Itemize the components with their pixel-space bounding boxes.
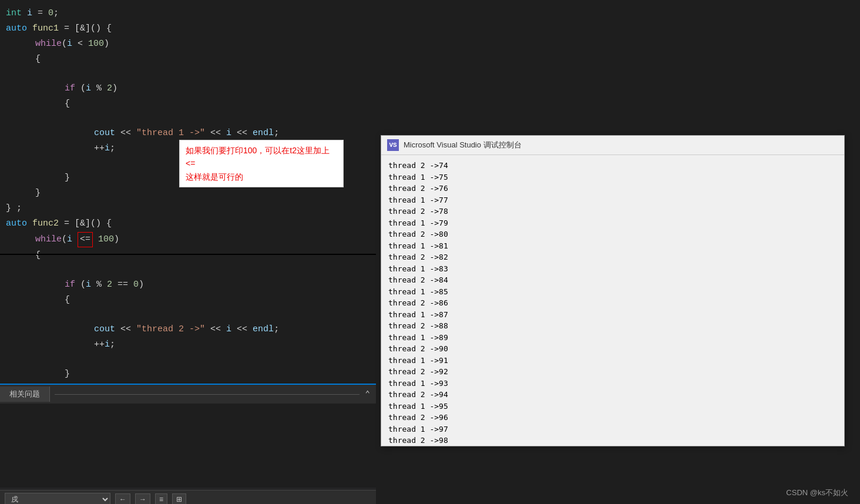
- keyword-int: int: [6, 6, 22, 21]
- console-line: thread 2 ->74: [388, 160, 837, 172]
- tab-related-issues[interactable]: 相关问题: [0, 387, 50, 402]
- console-line: thread 1 ->95: [388, 401, 837, 412]
- code-line-13: while(i <= 100): [0, 231, 376, 248]
- console-line: thread 1 ->85: [388, 286, 837, 298]
- console-line: thread 1 ->91: [388, 355, 837, 367]
- bottom-toolbar: 戍 ← → ≡ ⊞: [0, 490, 376, 504]
- console-line: thread 2 ->84: [388, 274, 837, 286]
- code-line-19: }: [0, 367, 376, 382]
- collapse-btn[interactable]: ⌃: [360, 388, 376, 401]
- console-line: thread 2 ->76: [388, 183, 837, 194]
- bottom-content: [0, 404, 376, 488]
- code-line-blank4: [0, 263, 376, 277]
- console-line: thread 2 ->78: [388, 206, 837, 217]
- console-line: thread 1 ->83: [388, 263, 837, 275]
- console-line: thread 1 ->87: [388, 309, 837, 321]
- console-line: thread 2 ->88: [388, 320, 837, 332]
- vs-icon: VS: [387, 139, 399, 151]
- console-line: thread 2 ->82: [388, 251, 837, 263]
- annotation-box: 如果我们要打印100，可以在t2这里加上<= 这样就是可行的: [179, 140, 344, 187]
- highlight-leq: <=: [78, 232, 93, 247]
- console-lines: thread 2 ->74thread 1 ->75thread 2 ->76t…: [388, 160, 837, 444]
- console-line: thread 1 ->75: [388, 172, 837, 183]
- vs-titlebar: VS Microsoft Visual Studio 调试控制台: [381, 136, 844, 155]
- console-line: thread 2 ->90: [388, 343, 837, 355]
- code-line-2: auto func1 = [&]() {: [0, 21, 376, 36]
- code-line-blank2: [0, 112, 376, 126]
- code-line-15: if (i % 2 == 0): [0, 277, 376, 293]
- annotation-text-line2: 这样就是可行的: [186, 172, 243, 182]
- console-line: thread 2 ->94: [388, 389, 837, 401]
- watermark: CSDN @ks不如火: [786, 488, 848, 498]
- vs-console-content: thread 2 ->74thread 1 ->75thread 2 ->76t…: [381, 155, 844, 444]
- console-line: thread 2 ->80: [388, 229, 837, 240]
- console-line: thread 2 ->92: [388, 366, 837, 378]
- code-line-10: }: [0, 186, 376, 201]
- bottom-panel: 相关问题 ⌃ 戍 ← → ≡ ⊞: [0, 384, 376, 504]
- console-line: thread 2 ->96: [388, 412, 837, 424]
- code-line-blank5: [0, 308, 376, 322]
- code-line-1: int i = 0;: [0, 6, 376, 21]
- code-line-14: {: [0, 248, 376, 263]
- code-line-3: while(i < 100): [0, 36, 376, 52]
- console-line: thread 1 ->81: [388, 240, 837, 252]
- vs-console-window: VS Microsoft Visual Studio 调试控制台 thread …: [381, 135, 845, 446]
- toolbar-btn-3[interactable]: ≡: [155, 493, 167, 504]
- code-line-17: cout << "thread 2 ->" << i << endl;: [0, 322, 376, 337]
- bottom-tabs: 相关问题 ⌃: [0, 385, 376, 404]
- code-line-5: if (i % 2): [0, 81, 376, 96]
- console-line: thread 1 ->89: [388, 332, 837, 344]
- code-line-18: ++i;: [0, 337, 376, 352]
- console-line: thread 1 ->93: [388, 378, 837, 389]
- console-line: thread 2 ->98: [388, 435, 837, 444]
- code-editor: int i = 0; auto func1 = [&]() { while(i …: [0, 0, 376, 382]
- code-line-blank1: [0, 67, 376, 81]
- annotation-text-line1: 如果我们要打印100，可以在t2这里加上<=: [186, 146, 330, 168]
- console-line: thread 2 ->86: [388, 297, 837, 309]
- separator-line: [0, 254, 376, 255]
- code-line-12: auto func2 = [&]() {: [0, 216, 376, 231]
- code-line-blank6: [0, 352, 376, 367]
- console-line: thread 1 ->97: [388, 424, 837, 435]
- toolbar-btn-1[interactable]: ←: [115, 493, 130, 504]
- code-line-11: } ;: [0, 201, 376, 216]
- code-line-4: {: [0, 52, 376, 67]
- code-line-16: {: [0, 293, 376, 308]
- code-line-6: {: [0, 96, 376, 112]
- console-line: thread 1 ->79: [388, 217, 837, 229]
- vs-title-text: Microsoft Visual Studio 调试控制台: [404, 140, 522, 150]
- console-line: thread 1 ->77: [388, 194, 837, 206]
- toolbar-btn-4[interactable]: ⊞: [172, 493, 186, 504]
- toolbar-select[interactable]: 戍: [5, 493, 110, 504]
- toolbar-btn-2[interactable]: →: [135, 493, 150, 504]
- code-line-7: cout << "thread 1 ->" << i << endl;: [0, 126, 376, 141]
